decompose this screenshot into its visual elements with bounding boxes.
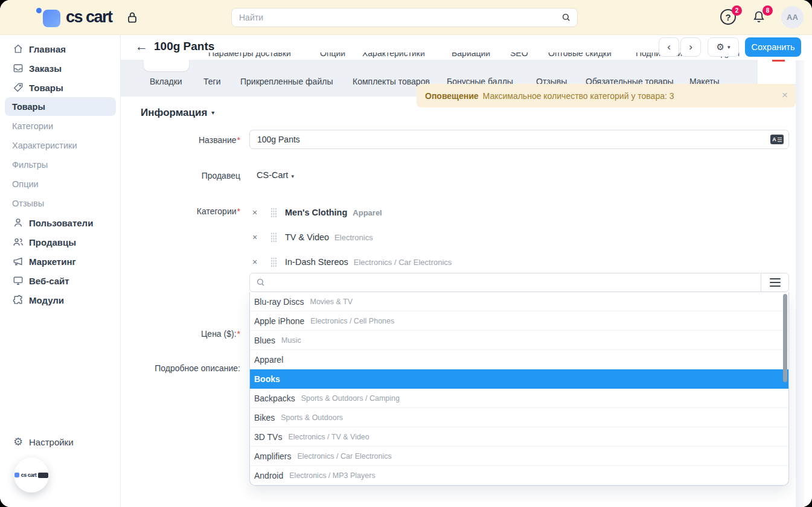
- sidebar-subitem-categories[interactable]: Категории: [12, 121, 53, 131]
- prev-product-button[interactable]: ‹: [659, 37, 679, 57]
- global-search-input[interactable]: [231, 8, 578, 27]
- mini-logo-icon: [14, 473, 19, 477]
- notifications-badge: 8: [762, 5, 773, 16]
- help-button[interactable]: ? 2: [720, 9, 737, 26]
- version-pill: [38, 473, 48, 478]
- sidebar-item-website[interactable]: Веб-сайт: [0, 273, 121, 289]
- category-search-input[interactable]: [249, 273, 761, 292]
- dropdown-item[interactable]: Backpacks Sports & Outdoors / Camping: [250, 389, 788, 408]
- vendor-select[interactable]: CS-Cart▾: [257, 170, 294, 180]
- required-mark: *: [237, 135, 240, 145]
- alert-message: Максимальное количество категорий у това…: [483, 91, 674, 101]
- dropdown-item-selected[interactable]: Books: [250, 369, 788, 389]
- sidebar-subitem-products-active[interactable]: Товары: [5, 97, 116, 116]
- page-scrollbar[interactable]: [796, 60, 804, 507]
- sidebar-item-addons[interactable]: Модули: [0, 292, 121, 308]
- settings-dropdown-button[interactable]: ⚙ ▾: [708, 37, 739, 57]
- category-name[interactable]: In-Dash Stereos: [285, 257, 348, 267]
- logo-text[interactable]: cs cart: [66, 8, 112, 27]
- dropdown-item[interactable]: Amplifiers Electronics / Car Electronics: [250, 447, 788, 466]
- back-button[interactable]: ←: [135, 39, 148, 54]
- required-mark: *: [237, 329, 240, 339]
- item-name: Apparel: [254, 355, 283, 365]
- dropdown-item[interactable]: Bikes Sports & Outdoors: [250, 408, 788, 427]
- next-product-button[interactable]: ›: [680, 37, 701, 57]
- mini-logo-text: cs cart: [21, 472, 37, 478]
- sidebar-subitem-features[interactable]: Характеристики: [12, 141, 77, 150]
- selected-category-row: × TV & Video Electronics: [249, 230, 373, 244]
- tab-shipping[interactable]: Параметры доставки: [208, 53, 291, 58]
- remove-category-icon[interactable]: ×: [252, 232, 261, 242]
- item-name: Backpacks: [254, 394, 295, 403]
- avatar[interactable]: AA: [781, 6, 804, 28]
- tab-options[interactable]: Опции: [320, 53, 345, 58]
- category-path: Electronics / Car Electronics: [354, 258, 452, 267]
- dropdown-item[interactable]: Blu-ray Discs Movies & TV: [250, 292, 788, 311]
- tab-features[interactable]: Характеристики: [362, 53, 425, 58]
- cs-cart-logo-icon[interactable]: [43, 10, 60, 27]
- category-search: [249, 273, 761, 292]
- save-button[interactable]: Сохранить: [745, 37, 801, 57]
- lock-icon[interactable]: [124, 10, 140, 25]
- name-input[interactable]: [249, 130, 789, 149]
- tab-attachments[interactable]: Прикрепленные файлы: [240, 77, 333, 86]
- sidebar-item-orders[interactable]: Заказы: [0, 60, 121, 76]
- dropdown-item[interactable]: Apple iPhone Electronics / Cell Phones: [250, 311, 788, 331]
- category-name[interactable]: Men's Clothing: [285, 208, 347, 217]
- az-letter: A: [772, 136, 776, 142]
- dropdown-item[interactable]: 3D TVs Electronics / TV & Video: [250, 427, 788, 447]
- tab-qty-discounts[interactable]: Оптовые скидки: [548, 53, 612, 58]
- tab-seo[interactable]: SEO: [510, 53, 528, 58]
- notifications-button[interactable]: 8: [751, 9, 768, 26]
- dropdown-item[interactable]: Blues Music: [250, 331, 788, 350]
- remove-category-icon[interactable]: ×: [252, 208, 261, 217]
- sidebar-item-label: Продавцы: [29, 237, 76, 247]
- sidebar-item-products[interactable]: Товары: [0, 80, 121, 95]
- drag-handle-icon[interactable]: [270, 208, 277, 218]
- item-name: Android: [254, 471, 283, 480]
- global-search: [231, 8, 578, 27]
- item-name: Books: [254, 374, 280, 384]
- drag-handle-icon[interactable]: [270, 232, 277, 243]
- sidebar-item-marketing[interactable]: Маркетинг: [0, 253, 121, 269]
- tab-general-active[interactable]: Общее: [144, 55, 189, 71]
- gear-glyph: ⚙: [13, 436, 23, 448]
- remove-category-icon[interactable]: ×: [252, 257, 261, 267]
- price-label: Цена ($):*: [141, 329, 240, 339]
- gear-icon: ⚙: [717, 42, 724, 53]
- sidebar-item-dashboard[interactable]: Главная: [0, 41, 121, 57]
- az-lines: [778, 138, 782, 142]
- sidebar: Главная Заказы Товары Товары Категории Х…: [0, 35, 121, 507]
- dropdown-item[interactable]: Android Electronics / MP3 Players: [250, 466, 788, 485]
- category-tree-button[interactable]: [761, 273, 789, 292]
- sidebar-item-settings[interactable]: ⚙ Настройки: [0, 434, 121, 450]
- category-name[interactable]: TV & Video: [285, 232, 329, 242]
- tab-variations[interactable]: Вариации: [452, 53, 490, 58]
- selected-category-row: × Men's Clothing Apparel: [249, 205, 382, 220]
- hamburger-icon: [770, 278, 781, 287]
- item-path: Electronics / Cell Phones: [310, 317, 394, 325]
- item-path: Electronics / Car Electronics: [297, 452, 391, 461]
- sidebar-subitem-filters[interactable]: Фильтры: [12, 160, 48, 170]
- label-text: Цена ($):: [201, 329, 237, 339]
- dropdown-item[interactable]: Apparel: [250, 350, 788, 369]
- cs-cart-version-badge[interactable]: cs cart: [14, 458, 49, 493]
- alert-banner: Оповещение Максимальное количество катег…: [417, 84, 796, 107]
- label-text: Название: [199, 135, 237, 145]
- sidebar-item-vendors[interactable]: Продавцы: [0, 234, 121, 250]
- sidebar-subitem-reviews[interactable]: Отзывы: [12, 199, 44, 208]
- question-glyph: ?: [725, 12, 730, 22]
- home-icon: [12, 43, 24, 55]
- tab-tabs[interactable]: Вкладки: [150, 77, 182, 86]
- sidebar-subitem-options[interactable]: Опции: [12, 179, 39, 189]
- item-name: Apple iPhone: [254, 316, 304, 326]
- sidebar-item-users[interactable]: Пользователи: [0, 215, 121, 231]
- item-path: Electronics / TV & Video: [288, 433, 369, 441]
- section-information[interactable]: Информация▾: [141, 107, 214, 119]
- search-icon[interactable]: [561, 12, 572, 23]
- close-icon[interactable]: ×: [782, 89, 788, 101]
- tab-tags[interactable]: Теги: [203, 77, 220, 86]
- drag-handle-icon[interactable]: [270, 257, 277, 267]
- dropdown-scrollbar[interactable]: [783, 294, 787, 382]
- translate-icon[interactable]: A: [770, 135, 784, 144]
